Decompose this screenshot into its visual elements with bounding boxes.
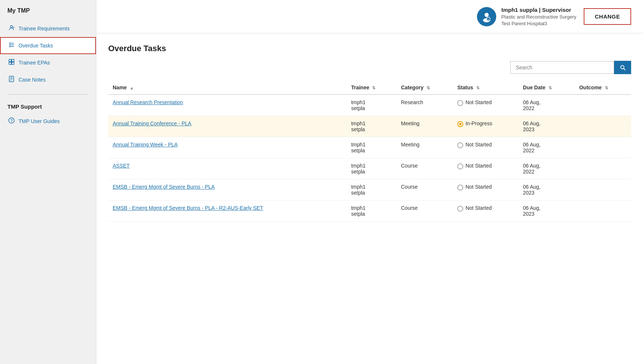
tasks-table: Name ▲ Trainee ⇅ Category ⇅ Status ⇅ (108, 81, 631, 222)
tasks-tbody: Annual Research Presentation tmph1 setpl… (108, 95, 631, 222)
sidebar-item-label: Case Notes (19, 77, 46, 83)
task-due-date-cell: 06 Aug, 2023 (518, 116, 575, 137)
task-name-cell: EMSB - Emerg Mgmt of Severe Burns - PLA … (108, 201, 347, 222)
table-row: EMSB - Emerg Mgmt of Severe Burns - PLA … (108, 201, 631, 222)
task-category-cell: Meeting (397, 116, 453, 137)
status-text: In-Progress (465, 120, 492, 126)
status-text: Not Started (465, 99, 492, 105)
col-due-date[interactable]: Due Date ⇅ (518, 81, 575, 95)
task-trainee-cell: tmph1 setpla (347, 95, 397, 116)
sort-icon: ⇅ (605, 86, 608, 90)
svg-point-0 (10, 26, 13, 28)
trainee-epas-icon (8, 59, 15, 67)
search-row (108, 61, 631, 74)
task-link[interactable]: Annual Training Week - PLA (113, 142, 178, 148)
task-outcome-cell (575, 201, 631, 222)
sidebar-item-label: TMP User Guides (19, 118, 60, 124)
case-notes-icon (8, 76, 15, 84)
task-category-cell: Course (397, 179, 453, 201)
status-text: Not Started (465, 205, 492, 211)
sidebar: My TMP Trainee Requirements Overdue Task… (0, 0, 96, 364)
task-outcome-cell (575, 95, 631, 116)
task-link[interactable]: EMSB - Emerg Mgmt of Severe Burns - PLA (113, 184, 215, 190)
trainee-requirements-icon (8, 24, 15, 33)
task-category-cell: Meeting (397, 137, 453, 158)
sidebar-divider (7, 94, 89, 95)
sort-icon: ⇅ (427, 86, 430, 90)
task-trainee-cell: tmph1 setpla (347, 158, 397, 179)
svg-rect-10 (12, 62, 14, 64)
col-trainee[interactable]: Trainee ⇅ (347, 81, 397, 95)
table-row: Annual Training Conference - PLA tmph1 s… (108, 116, 631, 137)
task-trainee-cell: tmph1 setpla (347, 179, 397, 201)
task-link[interactable]: EMSB - Emerg Mgmt of Severe Burns - PLA … (113, 205, 263, 211)
sidebar-item-overdue-tasks[interactable]: Overdue Tasks (0, 37, 96, 54)
svg-rect-8 (12, 59, 14, 62)
task-status-cell: Not Started (453, 158, 518, 179)
task-link[interactable]: Annual Training Conference - PLA (113, 120, 191, 126)
task-status-cell: In-Progress (453, 116, 518, 137)
col-category[interactable]: Category ⇅ (397, 81, 453, 95)
task-trainee-cell: tmph1 setpla (347, 137, 397, 158)
task-status-cell: Not Started (453, 137, 518, 158)
task-name-cell: Annual Training Conference - PLA (108, 116, 347, 137)
header-user-name: tmph1 suppla | Supervisor (501, 6, 576, 14)
task-due-date-cell: 06 Aug, 2022 (518, 95, 575, 116)
sidebar-item-tmp-user-guides[interactable]: ? TMP User Guides (0, 113, 96, 130)
task-outcome-cell (575, 137, 631, 158)
task-name-cell: Annual Research Presentation (108, 95, 347, 116)
task-name-cell: ASSET (108, 158, 347, 179)
sidebar-item-label: Overdue Tasks (19, 43, 53, 49)
header-bar: + tmph1 suppla | Supervisor Plastic and … (96, 0, 643, 33)
sidebar-item-case-notes[interactable]: Case Notes (0, 71, 96, 88)
sort-icon: ⇅ (372, 86, 375, 90)
task-link[interactable]: Annual Research Presentation (113, 99, 183, 105)
svg-text:+: + (487, 18, 489, 20)
task-trainee-cell: tmph1 setpla (347, 201, 397, 222)
col-name[interactable]: Name ▲ (108, 81, 347, 95)
sidebar-app-title: My TMP (0, 7, 96, 20)
svg-point-17 (484, 13, 488, 17)
sidebar-item-trainee-requirements[interactable]: Trainee Requirements (0, 20, 96, 37)
search-input[interactable] (510, 61, 614, 74)
header-user-info: tmph1 suppla | Supervisor Plastic and Re… (501, 6, 576, 27)
svg-rect-9 (9, 62, 11, 64)
col-status[interactable]: Status ⇅ (453, 81, 518, 95)
search-button[interactable] (614, 61, 631, 74)
avatar: + (477, 7, 496, 26)
table-row: ASSET tmph1 setpla Course Not Started 06… (108, 158, 631, 179)
task-category-cell: Research (397, 95, 453, 116)
svg-rect-7 (9, 59, 11, 62)
status-text: Not Started (465, 163, 492, 169)
task-outcome-cell (575, 158, 631, 179)
sort-icon: ⇅ (548, 86, 552, 90)
task-status-cell: Not Started (453, 179, 518, 201)
col-outcome[interactable]: Outcome ⇅ (575, 81, 631, 95)
task-due-date-cell: 06 Aug, 2023 (518, 179, 575, 201)
task-outcome-cell (575, 116, 631, 137)
tmp-user-guides-icon: ? (8, 117, 15, 125)
header-user-hospital: Test Parent Hospital3 (501, 20, 576, 27)
sidebar-item-trainee-epas[interactable]: Trainee EPAs (0, 54, 96, 71)
task-status-cell: Not Started (453, 201, 518, 222)
task-trainee-cell: tmph1 setpla (347, 116, 397, 137)
table-header: Name ▲ Trainee ⇅ Category ⇅ Status ⇅ (108, 81, 631, 95)
task-category-cell: Course (397, 201, 453, 222)
task-category-cell: Course (397, 158, 453, 179)
table-row: Annual Research Presentation tmph1 setpl… (108, 95, 631, 116)
task-name-cell: EMSB - Emerg Mgmt of Severe Burns - PLA (108, 179, 347, 201)
change-button[interactable]: CHANGE (584, 8, 631, 25)
sort-icon: ▲ (130, 86, 134, 90)
sidebar-support-title: TMP Support (0, 100, 96, 113)
task-outcome-cell (575, 179, 631, 201)
task-link[interactable]: ASSET (113, 163, 130, 169)
overdue-tasks-icon (8, 42, 15, 50)
main-area: + tmph1 suppla | Supervisor Plastic and … (96, 0, 643, 364)
header-user: + tmph1 suppla | Supervisor Plastic and … (477, 6, 576, 27)
svg-text:?: ? (10, 118, 13, 123)
task-name-cell: Annual Training Week - PLA (108, 137, 347, 158)
content-area: Overdue Tasks Name ▲ (96, 33, 643, 364)
task-due-date-cell: 06 Aug, 2022 (518, 158, 575, 179)
sidebar-item-label: Trainee EPAs (19, 60, 50, 66)
search-container (510, 61, 631, 74)
